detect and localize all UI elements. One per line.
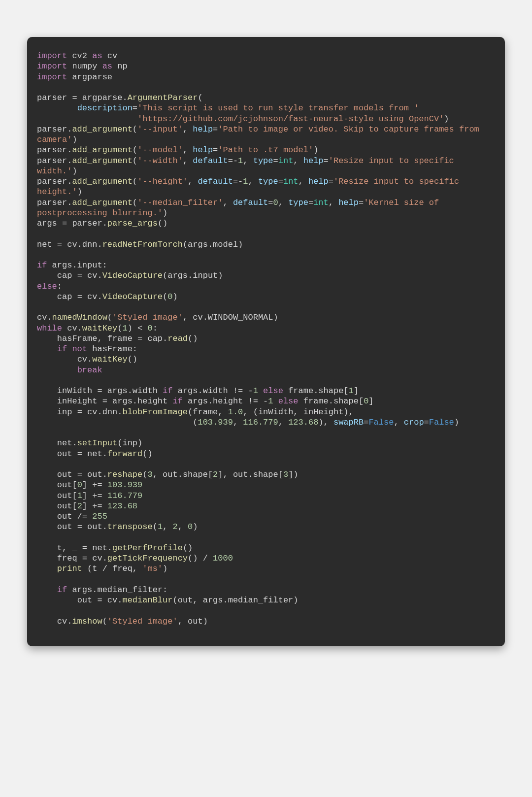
code-card: import cv2 as cv import numpy as np impo…	[27, 37, 505, 646]
code-line: if args.median_filter:	[37, 585, 167, 595]
code-block[interactable]: import cv2 as cv import numpy as np impo…	[37, 51, 495, 627]
code-line: out = net.forward()	[37, 449, 153, 459]
code-line: parser.add_argument('--median_filter', d…	[37, 198, 444, 218]
code-line: inp = cv.dnn.blobFromImage(frame, 1.0, (…	[37, 407, 354, 417]
code-line: cap = cv.VideoCapture(args.input)	[37, 271, 223, 280]
code-line: args = parser.parse_args()	[37, 219, 167, 228]
code-line: inWidth = args.width if args.width != -1…	[37, 386, 359, 396]
code-line: break	[37, 365, 102, 375]
code-line: out[0] += 103.939	[37, 480, 142, 490]
code-line: while cv.waitKey(1) < 0:	[37, 324, 158, 333]
code-line: out = out.transpose(1, 2, 0)	[37, 522, 198, 531]
code-line: if not hasFrame:	[37, 344, 137, 354]
code-line: cv.namedWindow('Styled image', cv.WINDOW…	[37, 313, 278, 322]
code-line: (103.939, 116.779, 123.68), swapRB=False…	[37, 418, 459, 427]
code-line: net = cv.dnn.readNetFromTorch(args.model…	[37, 240, 243, 249]
code-line: out[2] += 123.68	[37, 501, 137, 511]
code-line: parser.add_argument('--input', help='Pat…	[37, 125, 484, 144]
code-line: freq = cv.getTickFrequency() / 1000	[37, 554, 233, 563]
code-line: cap = cv.VideoCapture(0)	[37, 292, 178, 301]
code-line: out = out.reshape(3, out.shape[2], out.s…	[37, 470, 299, 479]
code-line: out[1] += 116.779	[37, 491, 142, 500]
code-line: import cv2 as cv	[37, 51, 117, 61]
code-line: out /= 255	[37, 512, 107, 521]
code-line: description='This script is used to run …	[37, 103, 419, 113]
code-line: parser.add_argument('--model', help='Pat…	[37, 145, 318, 155]
code-line: parser.add_argument('--width', default=-…	[37, 156, 459, 176]
code-line: parser.add_argument('--height', default=…	[37, 177, 464, 197]
code-line: cv.imshow('Styled image', out)	[37, 617, 208, 626]
code-line: else:	[37, 282, 62, 291]
code-line: print (t / freq, 'ms')	[37, 564, 167, 573]
code-line: hasFrame, frame = cap.read()	[37, 334, 198, 343]
code-line: out = cv.medianBlur(out, args.median_fil…	[37, 596, 299, 605]
code-line: cv.waitKey()	[37, 355, 137, 364]
code-line: if args.input:	[37, 261, 107, 270]
code-line: t, _ = net.getPerfProfile()	[37, 543, 193, 553]
code-line: parser = argparse.ArgumentParser(	[37, 93, 203, 102]
code-line: 'https://github.com/jcjohnson/fast-neura…	[37, 114, 449, 124]
code-line: import argparse	[37, 72, 112, 82]
code-line: inHeight = args.height if args.height !=…	[37, 397, 374, 406]
code-line: net.setInput(inp)	[37, 438, 142, 448]
code-line: import numpy as np	[37, 62, 128, 71]
